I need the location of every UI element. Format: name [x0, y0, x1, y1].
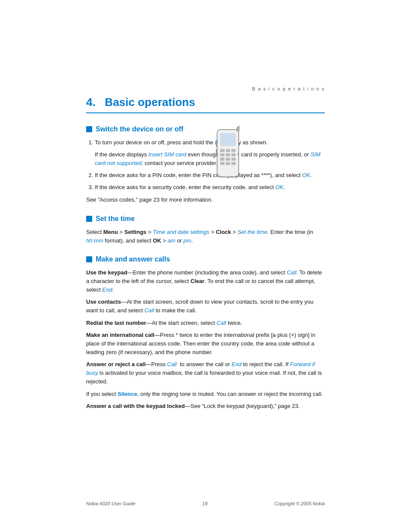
- section-heading-text-time: Set the time: [96, 215, 135, 223]
- section-heading-calls: Make and answer calls: [86, 255, 325, 263]
- insert-sim-link: Insert SIM card: [148, 151, 186, 158]
- time-date-link: Time and date settings: [153, 229, 209, 235]
- ok-link-security: OK: [275, 184, 283, 190]
- calls-redial-para: Redial the last number—At the start scre…: [86, 319, 325, 327]
- hhmm-format: hh:mm: [86, 237, 103, 244]
- section-heading-time: Set the time: [86, 215, 325, 223]
- section-heading-text-switch: Switch the device on or off: [96, 125, 184, 133]
- breadcrumb: B a s i c o p e r a t i o n s: [0, 0, 411, 96]
- footer-page-number: 19: [202, 501, 208, 506]
- calls-keypad-locked-para: Answer a call with the keypad locked—See…: [86, 402, 325, 411]
- set-time-description: Select Menu > Settings > Time and date s…: [86, 228, 325, 245]
- switch-step-3: If the device asks for a security code, …: [95, 183, 325, 192]
- calls-contacts-para: Use contacts—At the start screen, scroll…: [86, 298, 325, 315]
- svg-rect-2: [220, 133, 236, 146]
- calls-answer-reject-para: Answer or reject a call—Press Call to an…: [86, 360, 325, 386]
- international-label: Make an international call: [86, 332, 154, 338]
- calls-international-para: Make an international call—Press * twice…: [86, 331, 325, 357]
- chapter-title-text: Basic operations: [105, 96, 195, 109]
- sim-not-supported-link: SIM card not supported,: [95, 151, 321, 166]
- section-switch: Switch the device on or off: [86, 125, 325, 205]
- bullet-icon-switch: [86, 126, 92, 132]
- svg-rect-7: [226, 153, 230, 156]
- chapter-title: 4. Basic operations: [86, 96, 325, 113]
- answer-reject-label: Answer or reject a call: [86, 361, 146, 367]
- chapter-number: 4.: [86, 96, 96, 109]
- phone-illustration: [209, 125, 247, 181]
- clock-bold: Clock: [216, 229, 231, 235]
- menu-bold: Menu: [103, 229, 118, 235]
- call-link-contacts: Call: [144, 307, 154, 314]
- clear-bold: Clear: [190, 278, 205, 284]
- section-calls: Make and answer calls Use the keypad—Ent…: [86, 255, 325, 411]
- end-link-keypad: End: [103, 286, 112, 293]
- svg-rect-6: [220, 153, 224, 156]
- svg-rect-8: [231, 153, 236, 156]
- redial-label: Redial the last number: [86, 320, 146, 326]
- call-link-answer: Call: [167, 361, 177, 367]
- section-time: Set the time Select Menu > Settings > Ti…: [86, 215, 325, 245]
- page-container: B a s i c o p e r a t i o n s 4. Basic o…: [0, 0, 411, 532]
- contacts-label: Use contacts: [86, 299, 121, 305]
- svg-rect-10: [226, 158, 230, 161]
- svg-rect-3: [220, 149, 224, 152]
- svg-rect-16: [216, 140, 218, 147]
- bullet-icon-time: [86, 216, 92, 222]
- call-link-redial: Call: [217, 320, 226, 326]
- svg-rect-4: [226, 149, 230, 152]
- bullet-icon-calls: [86, 256, 92, 262]
- keypad-locked-label: Answer a call with the keypad locked: [86, 403, 185, 409]
- svg-rect-9: [220, 158, 224, 161]
- svg-marker-15: [237, 125, 240, 131]
- ok-bold-time: OK: [153, 237, 162, 244]
- switch-steps-list: To turn your device on or off, press and…: [86, 138, 325, 191]
- end-link-reject: End: [231, 361, 241, 367]
- calls-keypad-para: Use the keypad—Enter the phone number (i…: [86, 268, 325, 294]
- calls-silence-para: If you select Silence, only the ringing …: [86, 390, 325, 398]
- pm-link: pm: [184, 237, 191, 244]
- svg-rect-5: [231, 149, 236, 152]
- footer-right: Copyright © 2005 Nokia: [274, 501, 325, 506]
- footer-left: Nokia 6020 User Guide: [86, 501, 135, 506]
- breadcrumb-text: B a s i c o p e r a t i o n s: [252, 86, 325, 91]
- svg-rect-11: [231, 158, 236, 161]
- section-heading-text-calls: Make and answer calls: [96, 255, 170, 263]
- settings-bold: Settings: [125, 229, 146, 235]
- content-area: 4. Basic operations Switch the device on…: [0, 96, 411, 455]
- ok-link-pin: OK: [302, 172, 310, 178]
- am-link: am: [168, 237, 175, 244]
- svg-rect-14: [231, 162, 236, 165]
- set-time-link: Set the time.: [237, 229, 269, 235]
- switch-access-codes-note: See "Access codes," page 23 for more inf…: [86, 196, 325, 204]
- svg-rect-17: [216, 149, 218, 156]
- svg-rect-12: [220, 162, 224, 165]
- section-heading-switch: Switch the device on or off: [86, 125, 325, 133]
- keypad-label: Use the keypad: [86, 269, 127, 276]
- page-footer: Nokia 6020 User Guide 19 Copyright © 200…: [0, 501, 411, 506]
- call-link-keypad: Call: [286, 269, 296, 276]
- silence-bold-link: Silence: [118, 391, 137, 397]
- svg-rect-13: [226, 162, 230, 165]
